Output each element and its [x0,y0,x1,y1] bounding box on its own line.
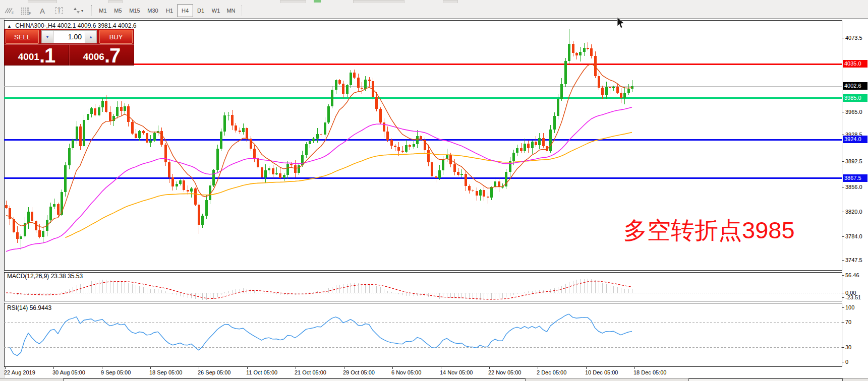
rsi-axis-label: 100 [845,304,854,310]
bottom-panel-edge [0,378,868,381]
window-left-edge [0,19,5,381]
mouse-cursor-icon [617,17,624,28]
fibonacci-icon[interactable]: F [18,5,33,17]
time-tick-label: 18 Sep 05:00 [149,369,182,375]
toolbar-separator [242,5,243,16]
time-tick-label: 2 Dec 05:00 [537,369,566,375]
timeframe-mn[interactable]: MN [223,5,239,17]
ask-main-digits: 4006 [83,49,104,65]
rsi-indicator-label: RSI(14) 56.9443 [7,304,51,311]
timeframe-m1[interactable]: M1 [95,5,110,17]
price-tick-label: 3892.5 [845,158,862,164]
text-box-icon[interactable]: T [51,5,67,17]
price-tick-label: 3784.0 [845,233,862,239]
sell-button[interactable]: SELL [6,30,39,44]
time-tick-label: 26 Sep 05:00 [198,369,230,375]
timeframe-m5[interactable]: M5 [110,5,126,17]
time-tick-label: 29 Oct 05:00 [343,369,375,375]
chart-title: ▲ CHINA300-,H4 4002.1 4009.6 3981.4 4002… [7,22,136,29]
price-tick-label: 3965.0 [845,109,862,115]
time-tick-label: 18 Dec 05:00 [633,369,666,375]
time-tick-label: 10 Dec 05:00 [585,369,618,375]
volume-stepper: ▼ 1.00 ▲ [41,30,97,43]
timeframes-bar: M1M5M15M30H1H4D1W1MN [95,4,239,17]
volume-down-button[interactable]: ▼ [41,30,53,43]
bid-main-digits: 4001 [18,49,39,65]
svg-text:E: E [12,11,14,15]
line-studies-toolbar: E F A T ▾ M1M5M15M30H1H4D1W1MN [0,3,868,19]
rsi-axis-label: 70 [845,319,851,325]
rsi-axis-label: 30 [845,344,851,350]
price-badge: 4035.0 [843,60,867,68]
volume-up-button[interactable]: ▲ [85,30,97,43]
rsi-axis-label: 0 [845,359,848,365]
collapse-arrow-icon[interactable]: ▲ [7,24,12,29]
price-tick-label: 4073.5 [845,35,862,41]
chevron-down-icon: ▾ [81,9,83,13]
time-tick-label: 22 Nov 05:00 [488,369,521,375]
timeframe-h1[interactable]: H1 [162,5,177,17]
price-badge: 3867.5 [843,174,867,182]
indicators-icon[interactable]: E [2,5,17,17]
mt4-window: E F A T ▾ M1M5M15M30H1H4D1W1MN ▲ CHINA30… [0,0,868,381]
price-badge: 4002.6 [843,82,867,90]
buy-button[interactable]: BUY [99,30,133,44]
time-tick-label: 22 Aug 2019 [4,369,35,375]
arrow-objects-icon[interactable]: ▾ [68,5,88,17]
time-tick-label: 6 Nov 05:00 [391,369,421,375]
price-tick-label: 3747.5 [845,257,862,263]
text-label-icon[interactable]: A [35,5,50,17]
price-badge: 3924.0 [843,136,867,143]
volume-input[interactable]: 1.00 [53,30,85,43]
symbol-ohlc-text: CHINA300-,H4 4002.1 4009.6 3981.4 4002.6 [15,22,136,29]
toolbar-fragment-green [314,0,321,3]
price-badge: 3985.0 [843,94,867,102]
price-tick-label: 3856.0 [845,184,862,190]
ask-big-digit: .7 [104,46,120,65]
macd-indicator-label: MACD(12,26,9) 23.38 35.53 [7,273,83,280]
timeframe-h4[interactable]: H4 [177,4,193,17]
macd-axis-label: 56.46 [845,272,859,278]
time-tick-label: 14 Nov 05:00 [440,369,473,375]
bid-big-digit: .1 [39,46,55,65]
price-tick-label: 3820.0 [845,209,862,215]
timeframe-w1[interactable]: W1 [208,5,223,17]
time-tick-label: 21 Oct 05:00 [295,369,326,375]
one-click-trading-panel: SELL ▼ 1.00 ▲ BUY 4001 .1 4006 .7 [4,29,134,66]
ask-price[interactable]: 4006 .7 [69,45,134,66]
time-tick-label: 11 Oct 05:00 [246,369,277,375]
macd-axis-label: -23.51 [845,294,861,300]
time-tick-label: 30 Aug 05:00 [52,369,85,375]
toolbar-separator [91,5,92,16]
timeframe-d1[interactable]: D1 [193,5,208,17]
bottom-panel-fragment [63,378,526,381]
bid-price[interactable]: 4001 .1 [5,45,69,66]
bottom-panel-fragment [688,378,843,381]
timeframe-m15[interactable]: M15 [126,5,144,17]
timeframe-m30[interactable]: M30 [144,5,162,17]
time-tick-label: 9 Sep 05:00 [101,369,131,375]
chinese-annotation: 多空转折点3985 [623,215,795,246]
